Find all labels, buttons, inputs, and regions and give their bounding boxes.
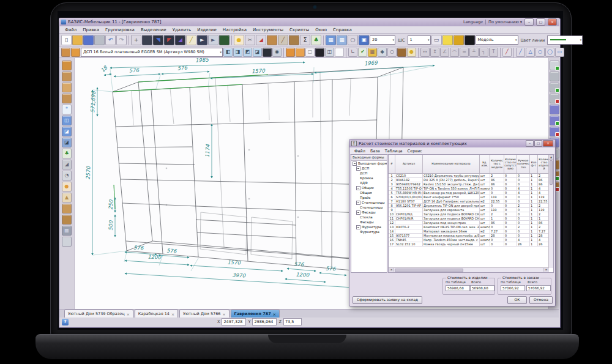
current-material-combo[interactable]: ДСП 16 Белый платиновый EGGER SM (Артику… xyxy=(81,48,223,57)
dim-base-icon[interactable]: ┴ xyxy=(469,48,479,57)
tree-tool-icon[interactable]: ♣ xyxy=(62,149,72,158)
view-dark-4-icon[interactable]: ◢ xyxy=(175,35,185,45)
table-row[interactable]: 12Заглушка под эксцентрикшт8600186 xyxy=(389,221,551,225)
table-row[interactable]: 159071577Монтажная планка крестообр. д/S… xyxy=(389,234,551,238)
tree-node-7[interactable]: Прайс xyxy=(351,195,387,200)
bulb-icon[interactable]: ● xyxy=(234,35,244,45)
panel-new-icon[interactable] xyxy=(71,48,80,57)
panel-corner-icon[interactable] xyxy=(62,61,72,70)
column-header-2[interactable]: Наименование материала xyxy=(423,155,480,174)
table-row[interactable]: 13HX0T6-2Комплект HK-XS TIP-ON сил. мех.… xyxy=(389,225,551,229)
edit-red-icon[interactable]: ╱ xyxy=(502,48,512,57)
draw-triangle-icon[interactable]: △ xyxy=(526,48,535,57)
menu-item-10[interactable]: Справка xyxy=(330,28,355,32)
close-tab-icon[interactable]: × xyxy=(171,311,174,318)
door-icon[interactable] xyxy=(397,48,406,57)
box-open-icon[interactable] xyxy=(62,204,72,214)
dialog-menu-item-2[interactable]: Таблица xyxy=(382,149,405,154)
select-arrow-icon[interactable]: ► xyxy=(197,35,207,45)
dialog-maximize-button[interactable]: ▢ xyxy=(534,140,542,147)
zoom-level-combo[interactable]: 20▾ xyxy=(370,35,395,45)
column-header-3[interactable]: Ед. изм. xyxy=(480,155,490,174)
plane-tool-icon[interactable]: ◪ xyxy=(62,138,72,147)
column-header-1[interactable]: Артикул xyxy=(395,155,423,174)
table-row[interactable]: 14Материал закладная 16ммм27,270017,27 xyxy=(389,229,551,234)
menu-item-2[interactable]: Группировка xyxy=(102,28,138,32)
box-grid-icon[interactable]: ▦ xyxy=(62,226,72,236)
column-header-4[interactable]: Количество с модели xyxy=(490,155,504,174)
panel-vertical-icon[interactable] xyxy=(62,72,72,81)
tree-node-10[interactable]: Фасады xyxy=(351,210,387,215)
column-header-0[interactable]: # xyxy=(389,155,395,174)
document-tab-2[interactable]: Уютный Дом 5766× xyxy=(179,310,230,318)
menu-item-9[interactable]: Окно xyxy=(312,28,330,32)
document-tab-0[interactable]: Уютный Дом 5739 Образец× xyxy=(64,310,133,318)
collapse-icon[interactable] xyxy=(353,162,357,166)
table-row[interactable]: 4T55.1150S TIP-O*M*VSRTIP-ON к Tandem 55… xyxy=(389,187,551,191)
cube-iso-icon[interactable]: ◪ xyxy=(253,48,262,57)
draw-line-icon[interactable]: ╱ xyxy=(516,48,525,57)
tree-node-4[interactable]: ХДФ xyxy=(351,180,387,185)
table-row[interactable]: 7H1180 ST37ДСП 16 Дуб Галифакс натуральн… xyxy=(389,199,551,204)
vertical-scrollbar[interactable]: ▲ xyxy=(548,155,553,268)
new-file-icon[interactable]: ▯ xyxy=(61,35,72,45)
model-combo[interactable]: Модель▾ xyxy=(476,35,518,45)
tree-node-3[interactable]: Кромка xyxy=(351,176,387,180)
column-header-5[interactable]: Количество по сопутствию xyxy=(504,155,517,174)
print-icon[interactable] xyxy=(94,35,105,45)
tree-node-0[interactable]: Выходные формы xyxy=(351,161,387,166)
document-tab-3[interactable]: Гавриленко 787× xyxy=(231,310,280,318)
panel-arc-icon[interactable] xyxy=(62,94,72,103)
dialog-minimize-button[interactable]: – xyxy=(526,140,534,147)
table-row[interactable]: 39059487/79462Rastex 15/15D эксцентр.стя… xyxy=(389,182,551,187)
view-dark-1-icon[interactable] xyxy=(142,35,152,45)
brush-icon[interactable]: ╱ xyxy=(278,35,288,45)
help-button[interactable]: ? xyxy=(62,319,69,325)
table-row[interactable]: 16TNH45Напр .Tandem 450мм част.выдв. с з… xyxy=(389,238,551,242)
menu-item-7[interactable]: Инструменты xyxy=(250,28,286,32)
draw-circle-icon[interactable]: ○ xyxy=(536,48,545,57)
tree-node-5[interactable]: Общие xyxy=(351,185,387,190)
box-half-icon[interactable]: ◫ xyxy=(325,48,334,57)
table-row[interactable]: 29046182DU 325 A (DU 277) дюбель, Rapid … xyxy=(389,178,551,182)
table-row[interactable]: 6S708/03/1/Dn/01Винт конфирмат 7*50шт119… xyxy=(389,195,551,199)
panel-small-icon[interactable] xyxy=(62,237,72,247)
clamp-1-icon[interactable]: ◫ xyxy=(62,116,72,125)
cancel-button[interactable]: Отмена xyxy=(529,296,553,304)
box-orange-2-icon[interactable] xyxy=(296,48,305,57)
view-dark-3-icon[interactable]: ◤ xyxy=(164,35,174,45)
panel-flat-icon[interactable] xyxy=(62,83,72,92)
tree-node-8[interactable]: Столешницы xyxy=(351,200,387,205)
order-total-field[interactable]: 57066,92 xyxy=(526,285,551,291)
close-tab-icon[interactable]: × xyxy=(273,311,276,318)
dialog-menu-item-3[interactable]: Сервис xyxy=(405,149,425,154)
table-row[interactable]: 1CS210CS210 Держатель трубы регулируемый… xyxy=(389,174,551,178)
measure-icon[interactable]: ∟ xyxy=(348,48,357,57)
lock-icon[interactable] xyxy=(453,35,464,45)
bulb-on-icon[interactable] xyxy=(442,35,453,45)
minimize-button[interactable]: – xyxy=(524,18,534,26)
tree-node-11[interactable]: Стекла xyxy=(351,215,387,220)
collapse-icon[interactable] xyxy=(356,225,360,229)
box-closed-icon[interactable] xyxy=(62,215,72,225)
tree-header[interactable]: Выходные формы xyxy=(351,155,387,161)
close-tab-icon[interactable]: × xyxy=(222,311,225,318)
tree-node-13[interactable]: Фурнитура xyxy=(351,225,387,229)
table-view-icon[interactable]: ▦ xyxy=(326,35,336,45)
block-violet-add-icon[interactable] xyxy=(550,116,559,125)
block-violet-del-icon[interactable] xyxy=(550,127,559,136)
menu-item-8[interactable]: Скрипты xyxy=(286,28,312,32)
draw-ellipse-icon[interactable]: ◯ xyxy=(545,48,554,57)
tree-icon[interactable]: ♣ xyxy=(311,35,321,45)
block-violet-icon[interactable] xyxy=(550,105,559,114)
box-outline-icon[interactable]: ▢ xyxy=(305,48,315,57)
menu-item-6[interactable]: Настройка xyxy=(220,28,250,32)
joint-icon[interactable] xyxy=(550,72,559,81)
order-by-table-field[interactable]: 57066,92 xyxy=(501,285,525,291)
collapse-icon[interactable] xyxy=(356,210,360,215)
line-width-combo[interactable]: 1▾ xyxy=(408,35,431,45)
cursor-info-icon[interactable]: ► xyxy=(208,35,218,45)
table-row[interactable]: 8956.1201 TIP-AP 230027Держатель TIP-ON … xyxy=(389,204,551,208)
tree-node-12[interactable]: Фасады xyxy=(351,220,387,225)
menu-item-1[interactable]: Правка xyxy=(80,28,102,32)
